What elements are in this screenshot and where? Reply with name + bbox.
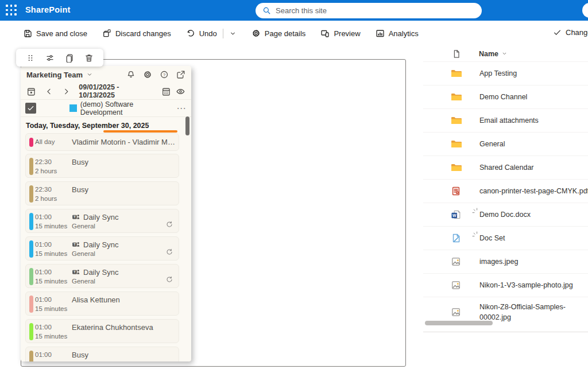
suite-bar: SharePoint Search this site <box>0 0 588 21</box>
file-type-column-icon[interactable] <box>452 49 461 59</box>
folder-icon <box>451 163 462 172</box>
drag-handle-icon[interactable] <box>26 53 35 63</box>
file-row[interactable]: Doc Set <box>423 226 588 250</box>
search-icon <box>262 6 271 15</box>
go-to-today-icon[interactable] <box>26 87 36 96</box>
open-in-new-window-icon[interactable] <box>176 70 185 79</box>
legend-color-swatch[interactable] <box>69 104 77 112</box>
event-color-bar <box>29 296 33 313</box>
event-title: Busy <box>72 158 88 166</box>
undo-label: Undo <box>199 29 217 38</box>
file-row[interactable]: images.jpeg <box>423 250 588 273</box>
notifications-bell-icon[interactable] <box>126 70 136 79</box>
sharepoint-logo-text[interactable]: SharePoint <box>25 5 71 14</box>
pdf-file-icon <box>451 186 461 196</box>
file-row[interactable]: Nikon-1-V3-sample-photo.jpg <box>423 273 588 297</box>
file-name: App Testing <box>479 69 517 77</box>
trash-icon <box>84 53 94 63</box>
calendar-picker-icon[interactable] <box>161 87 171 96</box>
file-row[interactable]: Demo Channel <box>423 85 588 108</box>
file-row[interactable]: Email attachments <box>423 108 588 132</box>
page-details-button[interactable]: Page details <box>252 29 306 38</box>
event-card[interactable]: 01:00 15 minutes Busy <box>25 347 179 361</box>
name-column-label: Name <box>479 50 498 58</box>
teams-meeting-icon <box>72 213 80 221</box>
event-color-bar <box>29 240 33 258</box>
event-card[interactable]: 22:30 2 hours Busy <box>25 154 179 178</box>
event-time: 01:00 <box>35 269 52 275</box>
account-avatar[interactable] <box>582 3 588 18</box>
event-title: Alisa Kettunen <box>72 296 120 304</box>
analytics-button[interactable]: Analytics <box>376 29 419 38</box>
app-launcher-waffle-icon[interactable] <box>5 4 18 17</box>
file-row[interactable]: Demo Doc.docx <box>423 203 588 226</box>
preview-button[interactable]: Preview <box>320 29 360 38</box>
settings-gear-icon[interactable] <box>143 70 152 79</box>
event-time: 22:30 <box>35 158 52 165</box>
calendar-webpart: Marketing Team 09/01/2025 - 10/13/2025 <box>21 66 191 361</box>
sliders-icon <box>45 53 55 63</box>
next-range-chevron-icon[interactable] <box>62 87 71 96</box>
event-card[interactable]: 01:00 15 minutes Alisa Kettunen <box>25 291 179 316</box>
folder-icon <box>451 139 462 149</box>
event-color-bar <box>29 158 33 175</box>
sharepoint-page-editor: SharePoint Search this site Save and clo… <box>0 0 588 381</box>
recurring-event-icon <box>165 220 173 228</box>
name-column-header[interactable]: Name <box>479 50 508 58</box>
calendar-scrollbar-thumb[interactable] <box>185 116 189 135</box>
preview-icon <box>320 29 330 38</box>
event-card[interactable]: 22:30 2 hours Busy <box>25 181 179 205</box>
recurring-event-icon <box>165 248 173 256</box>
undo-menu-chevron-icon[interactable] <box>229 30 237 37</box>
chevron-down-icon <box>86 71 93 78</box>
event-title: Daily Sync <box>72 268 118 277</box>
file-row[interactable]: General <box>423 132 588 155</box>
date-navigation: 09/01/2025 - 10/13/2025 <box>21 83 191 99</box>
help-icon[interactable] <box>160 70 169 79</box>
event-card[interactable]: All day Vladimir Motorin - Vladimir Moto… <box>25 133 179 151</box>
event-color-bar <box>29 185 33 203</box>
undo-button[interactable]: Undo <box>186 29 217 38</box>
legend-checkbox[interactable] <box>25 103 36 114</box>
search-placeholder: Search this site <box>276 6 327 15</box>
teams-meeting-icon <box>72 268 80 277</box>
file-row[interactable]: App Testing <box>423 61 588 85</box>
teams-meeting-icon <box>72 240 80 249</box>
file-name: Nikon-Z8-Official-Samples-00002.jpg <box>479 302 586 322</box>
calendar-legend-row: (demo) Software Development ··· <box>21 99 191 117</box>
event-title: Ekaterina Chukhontseva <box>72 323 153 332</box>
event-title: Daily Sync <box>72 213 118 221</box>
site-search-input[interactable]: Search this site <box>256 3 482 18</box>
previous-range-chevron-icon[interactable] <box>45 87 53 96</box>
event-duration: 15 minutes <box>35 223 67 230</box>
document-set-icon <box>451 233 461 243</box>
legend-more-options-icon[interactable]: ··· <box>177 104 187 112</box>
page-details-gear-icon <box>252 29 261 38</box>
save-and-close-button[interactable]: Save and close <box>23 29 87 38</box>
event-title: Daily Sync <box>72 240 118 249</box>
file-name: Doc Set <box>479 234 505 242</box>
event-card[interactable]: 01:00 15 minutes Daily Sync General <box>25 209 179 233</box>
group-selector-dropdown[interactable]: Marketing Team <box>26 71 93 79</box>
file-row[interactable]: Shared Calendar <box>423 155 588 179</box>
file-row[interactable]: canon-printer-test-page-CMYK.pdf <box>423 179 588 203</box>
event-location: General <box>72 250 95 257</box>
analytics-label: Analytics <box>389 29 419 38</box>
duplicate-webpart-button[interactable] <box>65 53 74 63</box>
document-library-list: Name App Testing Demo Channel Email atta… <box>423 46 588 335</box>
edit-webpart-button[interactable] <box>45 53 55 63</box>
edit-command-bar: Save and close Discard changes Undo Page… <box>0 21 588 46</box>
visibility-eye-icon[interactable] <box>176 87 185 96</box>
undo-split-button: Undo <box>186 29 237 38</box>
date-range-label[interactable]: 09/01/2025 - 10/13/2025 <box>79 83 156 99</box>
event-card[interactable]: 01:00 15 minutes Daily Sync General <box>25 236 179 261</box>
discard-changes-button[interactable]: Discard changes <box>102 29 171 38</box>
discard-icon <box>102 29 111 38</box>
event-card[interactable]: 01:00 15 minutes Ekaterina Chukhontseva <box>25 319 179 343</box>
event-title: Vladimir Motorin - Vladimir Motor... <box>72 138 176 146</box>
delete-webpart-button[interactable] <box>84 53 94 63</box>
event-card[interactable]: 01:00 15 minutes Daily Sync General <box>25 264 179 288</box>
event-color-bar <box>29 323 33 340</box>
event-title: Busy <box>72 351 88 359</box>
horizontal-scrollbar-thumb[interactable] <box>425 321 493 325</box>
